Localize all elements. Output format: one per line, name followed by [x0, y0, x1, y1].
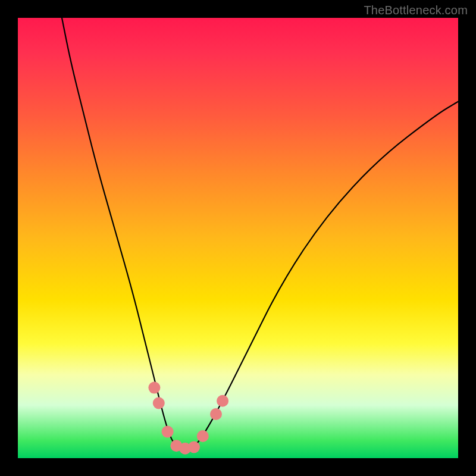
- bead-marker: [197, 430, 209, 442]
- bead-marker: [188, 441, 200, 453]
- bead-marker: [210, 408, 222, 420]
- plot-svg: [18, 18, 458, 458]
- bottleneck-plot: [18, 18, 458, 458]
- bottleneck-curve: [62, 18, 458, 449]
- image-frame: TheBottleneck.com: [0, 0, 476, 476]
- bead-marker: [217, 395, 228, 407]
- bead-marker: [153, 397, 165, 409]
- bead-marker: [162, 426, 174, 438]
- bead-group: [148, 382, 228, 455]
- watermark-text: TheBottleneck.com: [364, 4, 468, 17]
- bead-marker: [148, 382, 160, 394]
